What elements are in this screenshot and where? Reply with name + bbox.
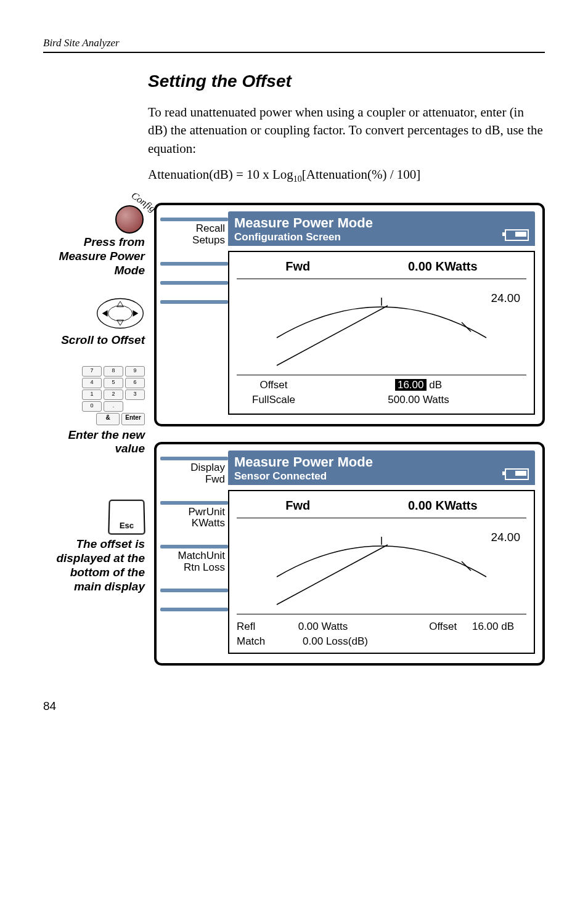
screen2-subtitle: Sensor Connected (234, 470, 373, 483)
dpad-icon (96, 296, 145, 330)
fwd-value: 0.00 KWatts (408, 259, 478, 274)
config-button-icon: Config (115, 203, 145, 232)
refl-label: Refl (237, 621, 274, 633)
svg-line-6 (462, 561, 471, 571)
softkey-recall: RecallSetups (160, 223, 228, 246)
formula: Attenuation(dB) = 10 x Log10[Attenuation… (148, 167, 545, 184)
meter-gauge-2: 24.00 (237, 521, 526, 608)
esc-key-icon: Esc (108, 500, 145, 535)
svg-point-1 (108, 306, 132, 321)
screen1-title: Measure Power Mode (234, 215, 373, 231)
main-screen: DisplayFwd PwrUnitKWatts MatchUnitRtn Lo… (154, 442, 545, 666)
match-value: 0.00 Loss(dB) (286, 635, 385, 648)
step-4-label: The offset is displayed at the bottom of… (43, 537, 145, 593)
fullscale-value: 500.00 Watts (311, 394, 526, 406)
softkey-matchunit: MatchUnitRtn Loss (160, 550, 228, 573)
running-header: Bird Site Analyzer (43, 37, 545, 53)
section-title: Setting the Offset (148, 71, 545, 91)
softkey-pwrunit: PwrUnitKWatts (160, 507, 228, 529)
svg-line-7 (277, 545, 388, 605)
offset-value: 16.00 (395, 379, 427, 391)
offset-label: Offset (237, 379, 311, 391)
battery-icon (505, 229, 529, 241)
refl-value: 0.00 Watts (286, 621, 360, 633)
offset-value-2: 16.00 dB (472, 621, 514, 633)
softkey-display: DisplayFwd (160, 462, 228, 485)
fwd-value-2: 0.00 KWatts (408, 499, 478, 513)
keypad-icon: 789 456 123 0. &Enter (77, 366, 145, 425)
match-label: Match (237, 635, 274, 648)
battery-icon (505, 468, 529, 480)
page-number: 84 (43, 699, 545, 713)
step-2-label: Scroll to Offset (43, 333, 145, 348)
fullscale-label: FullScale (237, 394, 311, 406)
svg-line-4 (277, 306, 388, 365)
config-screen: RecallSetups Measure Power ModeConfigura… (154, 203, 545, 426)
screen2-title: Measure Power Mode (234, 454, 373, 470)
offset-label-2: Offset (429, 621, 457, 633)
meter-gauge: 24.00 (237, 282, 526, 369)
svg-line-3 (462, 322, 471, 332)
fwd-label: Fwd (285, 259, 310, 274)
step-1-label: Press from Measure Power Mode (43, 235, 145, 277)
screen1-subtitle: Configuration Screen (234, 231, 373, 243)
step-3-label: Enter the new value (43, 428, 145, 457)
fwd-label-2: Fwd (285, 499, 310, 513)
body-paragraph: To read unattenuated power when using a … (148, 104, 545, 158)
